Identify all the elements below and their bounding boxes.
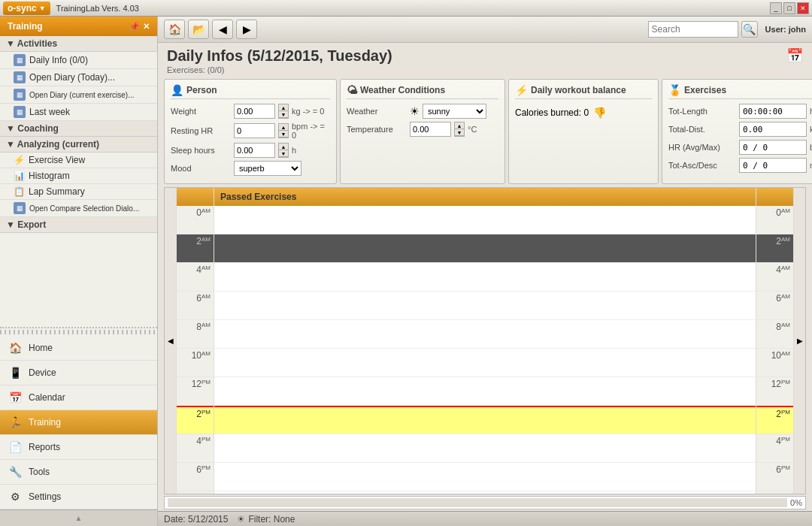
home-toolbar-btn[interactable]: 🏠 [164,20,185,39]
sidebar-item-daily-info[interactable]: ▦ Daily Info (0/0) [0,52,157,69]
time-8am: 8AM [177,320,214,349]
temperature-spinner[interactable]: ▲ ▼ [454,122,465,137]
temp-down-icon[interactable]: ▼ [455,129,464,136]
mood-select[interactable]: superb good average bad [234,161,301,176]
sidebar-header: Training 📌 ✕ [0,17,157,36]
calendar-events[interactable] [214,206,756,494]
close-button[interactable]: ✕ [797,2,809,14]
calendar-date-icon[interactable]: 📅 [786,47,803,64]
hr-row: HR (Avg/Max) bpm [668,140,812,155]
weight-input[interactable] [234,104,275,119]
weight-down-icon[interactable]: ▼ [279,111,288,118]
home-icon: 🏠 [8,340,23,355]
open-toolbar-btn[interactable]: 📂 [188,20,209,39]
sidebar-close-icon[interactable]: ✕ [143,22,150,32]
brand-logo[interactable]: o-sync ▼ [3,2,50,15]
sleep-hours-input[interactable] [234,143,275,158]
time-2am: 2AM [177,234,214,263]
nav-item-device[interactable]: 📱 Device [0,361,157,385]
exercises-icon: 🏅 [668,84,681,96]
rtime-12pm: 12PM [756,377,793,406]
sidebar-item-histogram[interactable]: 📊 Histogram [0,168,157,184]
time-6pm: 6PM [177,463,214,491]
temperature-input[interactable] [410,122,451,137]
time-12pm: 12PM [177,377,214,406]
hr-label: HR (Avg/Max) [668,143,736,152]
scroll-right-arrow[interactable]: ▶ [793,188,805,494]
hr-input[interactable] [739,140,807,155]
workout-icon: ⚡ [515,84,528,96]
sleep-down-icon[interactable]: ▼ [279,150,288,157]
search-input[interactable] [648,21,738,38]
daily-info-icon: ▦ [14,54,26,66]
cal-slot-6pm [214,463,756,491]
nav-item-training[interactable]: 🏃 Training [0,410,157,435]
cal-slot-2am [214,234,756,263]
sleep-up-icon[interactable]: ▲ [279,144,288,150]
time-4am: 4AM [177,263,214,292]
total-dist-input[interactable] [739,122,807,137]
weight-up-icon[interactable]: ▲ [279,104,288,111]
sidebar-item-exercise-view[interactable]: ⚡ Exercise View [0,153,157,168]
weight-label: Weight [171,107,231,116]
back-toolbar-btn[interactable]: ◀ [212,20,233,39]
temperature-unit: °C [468,125,477,134]
resting-hr-up-icon[interactable]: ▲ [279,124,288,131]
calendar-header: Passed Exercises [214,188,756,206]
status-bar: Date: 5/12/2015 ☀ Filter: None [158,511,812,526]
search-icon-btn[interactable]: 🔍 [741,21,758,38]
maximize-button[interactable]: □ [783,2,795,14]
sidebar-section-export[interactable]: ▼ Export [0,217,157,233]
tot-length-row: Tot-Length h [668,104,812,119]
sidebar-item-lap-summary[interactable]: 📋 Lap Summary [0,184,157,200]
cal-slot-8pm [214,491,756,494]
rtime-2pm: 2PM [756,406,793,434]
pin-icon[interactable]: 📌 [129,22,140,32]
sidebar: Training 📌 ✕ ▼ Activities ▦ Daily Info (… [0,17,158,526]
nav-item-settings[interactable]: ⚙ Settings [0,485,157,509]
nav-item-calendar[interactable]: 📅 Calendar [0,385,157,410]
temp-up-icon[interactable]: ▲ [455,122,464,129]
progress-bar-track [168,498,787,507]
nav-item-home[interactable]: 🏠 Home [0,336,157,361]
cal-slot-8am [214,320,756,349]
sidebar-section-coaching[interactable]: ▼ Coaching [0,121,157,137]
scroll-left-arrow[interactable]: ◀ [165,188,177,494]
resting-hr-spinner[interactable]: ▲ ▼ [278,123,289,138]
sidebar-item-open-diary-today[interactable]: ▦ Open Diary (Today)... [0,69,157,86]
rtime-8pm: 8PM [756,491,793,494]
lap-summary-icon: 📋 [14,186,25,197]
rtime-10am: 10AM [756,349,793,377]
sidebar-resize-handle[interactable]: ▲ [75,514,83,522]
progress-bar-container: 0% [164,496,806,509]
cal-slot-0am [214,206,756,234]
minimize-button[interactable]: _ [770,2,782,14]
histogram-icon: 📊 [14,171,25,181]
sleep-hours-row: Sleep hours ▲ ▼ h [171,143,330,158]
cal-slot-12pm [214,377,756,406]
tot-asc-input[interactable] [739,158,807,173]
left-time-column: 0AM 2AM 4AM 6AM 8AM 10AM 12PM 2PM 4PM 6P… [177,188,214,494]
tot-length-input[interactable] [739,104,807,119]
status-date: Date: 5/12/2015 [164,514,228,524]
weight-spinner[interactable]: ▲ ▼ [278,104,289,119]
exercises-panel: 🏅 Exercises Tot-Length h Total-Dist. km … [662,79,812,184]
nav-item-tools[interactable]: 🔧 Tools [0,460,157,485]
sidebar-section-analyzing[interactable]: ▼ Analyzing (current) [0,137,157,153]
weather-select[interactable]: sunny cloudy rainy snowy [423,104,486,119]
time-8pm: 8PM [177,491,214,494]
resting-hr-label: Resting HR [171,126,231,135]
sidebar-item-open-diary-current[interactable]: ▦ Open Diary (current exercise)... [0,86,157,104]
cal-slot-10am [214,349,756,377]
nav-item-reports[interactable]: 📄 Reports [0,435,157,460]
sidebar-section-activities[interactable]: ▼ Activities [0,36,157,52]
calories-row: Calories burned: 0 👎 [515,104,652,122]
forward-toolbar-btn[interactable]: ▶ [236,20,257,39]
sleep-hours-spinner[interactable]: ▲ ▼ [278,143,289,158]
resting-hr-down-icon[interactable]: ▼ [279,131,288,138]
sidebar-item-compare[interactable]: ▦ Open Compare Selection Dialo... [0,200,157,217]
time-4pm: 4PM [177,434,214,463]
sidebar-item-last-week[interactable]: ▦ Last week [0,104,157,121]
resting-hr-input[interactable] [234,123,275,138]
weather-condition-row: Weather ☀ sunny cloudy rainy snowy [347,104,498,119]
